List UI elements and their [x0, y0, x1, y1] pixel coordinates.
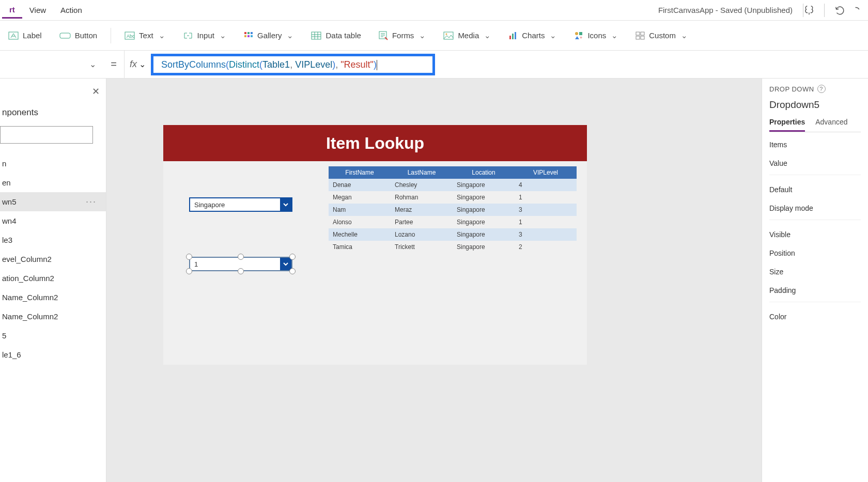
dropdown-location[interactable]: Singapore	[189, 197, 292, 212]
ribbon-text-text: Text	[139, 31, 153, 40]
table-cell: Lozano	[391, 228, 453, 241]
resize-handle[interactable]	[186, 268, 192, 274]
svg-rect-23	[641, 36, 644, 39]
ribbon-custom-text: Custom	[649, 31, 676, 40]
canvas[interactable]: Item Lookup Singapore 1 FirstNameLastNam…	[106, 79, 762, 482]
prop-value[interactable]: Value	[769, 151, 861, 169]
resize-handle[interactable]	[289, 254, 296, 260]
ribbon-forms[interactable]: Forms ⌄	[375, 28, 430, 43]
ribbon-gallery[interactable]: Gallery ⌄	[240, 28, 298, 43]
formula-input[interactable]: SortByColumns(Distinct(Table1, VIPLevel)…	[151, 51, 868, 78]
formula-bar: ⌄ = fx ⌄ SortByColumns(Distinct(Table1, …	[0, 51, 868, 79]
charts-icon	[508, 32, 518, 40]
tree-item[interactable]: ation_Column2	[0, 269, 106, 288]
resize-handle[interactable]	[186, 254, 192, 260]
table-cell: Alonso	[329, 216, 391, 228]
tree-item[interactable]: Name_Column2	[0, 288, 106, 307]
column-header[interactable]: LastName	[391, 166, 453, 179]
ribbon-icons[interactable]: + Icons ⌄	[570, 28, 622, 43]
ribbon-media[interactable]: Media ⌄	[439, 28, 495, 43]
ribbon-icons-text: Icons	[587, 31, 606, 40]
dropdown5-selected[interactable]: 1	[189, 257, 292, 271]
property-selector[interactable]: ⌄	[0, 54, 103, 75]
chevron-down-icon: ⌄	[287, 31, 293, 40]
prop-size[interactable]: Size	[769, 259, 861, 278]
menu-view[interactable]: View	[22, 3, 53, 18]
equals-sign: =	[103, 58, 124, 70]
tree-item[interactable]: le1_6	[0, 345, 106, 364]
table-row[interactable]: AlonsoParteeSingapore1	[329, 216, 577, 228]
resize-handle[interactable]	[238, 254, 244, 260]
resize-handle[interactable]	[238, 268, 244, 274]
app-checker-icon[interactable]	[803, 5, 815, 16]
app-title: FirstCanvasApp - Saved (Unpublished)	[658, 6, 793, 14]
fx-button[interactable]: fx ⌄	[124, 51, 151, 78]
svg-point-13	[446, 33, 447, 35]
column-header[interactable]: VIPLevel	[515, 166, 577, 179]
table-row[interactable]: MechelleLozanoSingapore3	[329, 228, 577, 241]
table-cell: Partee	[391, 216, 453, 228]
tree-item[interactable]: 5	[0, 326, 106, 345]
table-cell: Megan	[329, 191, 391, 204]
svg-rect-7	[244, 35, 246, 37]
tree-item[interactable]: n	[0, 154, 106, 173]
tab-properties[interactable]: Properties	[769, 118, 805, 132]
menu-insert-partial[interactable]: rt	[2, 2, 22, 19]
table-cell: Singapore	[453, 179, 515, 191]
ribbon-custom[interactable]: Custom ⌄	[631, 28, 692, 43]
prop-items[interactable]: Items	[769, 132, 861, 151]
chevron-down-icon[interactable]	[280, 258, 291, 270]
svg-rect-15	[512, 34, 514, 39]
column-header[interactable]: FirstName	[329, 166, 391, 179]
redo-icon-partial[interactable]	[855, 5, 862, 16]
more-icon[interactable]: ···	[86, 196, 97, 207]
ribbon-input-text: Input	[197, 31, 214, 40]
tree-item[interactable]: le3	[0, 230, 106, 250]
chevron-down-icon: ⌄	[419, 31, 426, 40]
ribbon-media-text: Media	[458, 31, 479, 40]
close-icon[interactable]: ✕	[92, 86, 100, 97]
ribbon-datatable[interactable]: Data table	[307, 28, 365, 43]
resize-handle[interactable]	[289, 268, 296, 274]
table-row[interactable]: MeganRohmanSingapore1	[329, 191, 577, 204]
table-cell: Nam	[329, 204, 391, 216]
table-cell: Tamica	[329, 241, 391, 253]
input-icon	[183, 32, 193, 40]
ribbon-charts[interactable]: Charts ⌄	[504, 28, 561, 43]
column-header[interactable]: Location	[453, 166, 515, 179]
undo-icon[interactable]	[834, 5, 845, 16]
ribbon-gallery-text: Gallery	[257, 31, 282, 40]
ribbon-label[interactable]: Label	[4, 28, 46, 43]
tab-advanced[interactable]: Advanced	[815, 118, 847, 132]
ribbon-input[interactable]: Input ⌄	[179, 28, 230, 43]
tree-item[interactable]: wn5···	[0, 192, 106, 211]
button-icon	[59, 32, 71, 40]
prop-color[interactable]: Color	[769, 304, 861, 323]
ribbon-text[interactable]: Abc Text ⌄	[120, 28, 169, 43]
fx-icon: fx	[130, 59, 137, 70]
search-input[interactable]	[0, 126, 93, 144]
table-row[interactable]: DenaeChesleySingapore4	[329, 179, 577, 191]
tree-item[interactable]: Name_Column2	[0, 307, 106, 326]
prop-position[interactable]: Position	[769, 241, 861, 259]
tree-search	[0, 126, 104, 144]
prop-visible[interactable]: Visible	[769, 222, 861, 241]
ribbon-button[interactable]: Button	[55, 28, 101, 43]
prop-display-mode[interactable]: Display mode	[769, 196, 861, 214]
tree-tab-components-partial[interactable]: nponents	[0, 79, 106, 123]
table-cell: Meraz	[391, 204, 453, 216]
table-row[interactable]: NamMerazSingapore3	[329, 204, 577, 216]
ribbon-forms-text: Forms	[392, 31, 414, 40]
prop-padding[interactable]: Padding	[769, 278, 861, 297]
chevron-down-icon: ⌄	[220, 31, 226, 40]
chevron-down-icon[interactable]	[280, 198, 291, 211]
help-icon[interactable]: ?	[817, 85, 826, 93]
tree-item[interactable]: evel_Column2	[0, 250, 106, 269]
tree-item[interactable]: en	[0, 173, 106, 192]
data-table[interactable]: FirstNameLastNameLocationVIPLevel DenaeC…	[329, 166, 577, 253]
menu-action[interactable]: Action	[53, 3, 89, 18]
tree-item[interactable]: wn4	[0, 211, 106, 230]
table-row[interactable]: TamicaTrickettSingapore2	[329, 241, 577, 253]
chevron-down-icon: ⌄	[89, 59, 96, 69]
prop-default[interactable]: Default	[769, 177, 861, 196]
